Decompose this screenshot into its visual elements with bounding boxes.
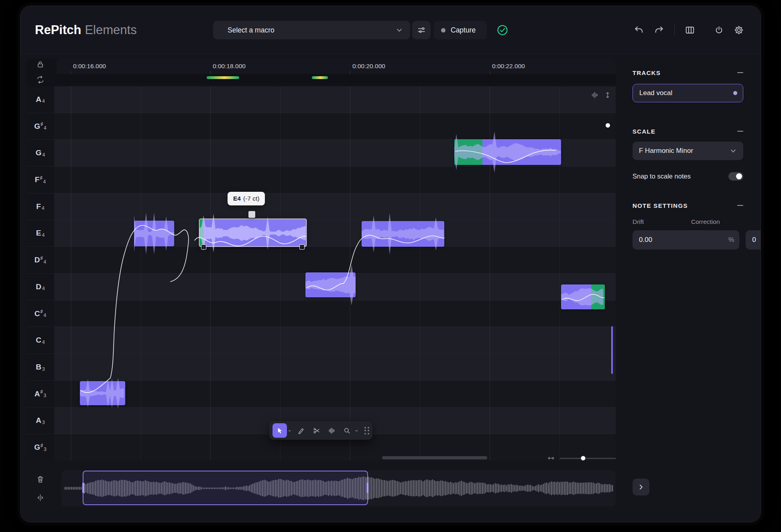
editor-stage: 0:00:16.0000:00:18.0000:00:20.0000:00:22… bbox=[20, 54, 622, 522]
power-button[interactable] bbox=[711, 22, 727, 38]
note-g4[interactable] bbox=[454, 139, 561, 165]
layout-columns-button[interactable] bbox=[682, 22, 698, 38]
lock-icon bbox=[36, 60, 45, 69]
scissors-tool-button[interactable] bbox=[309, 423, 323, 438]
zoom-slider-thumb[interactable] bbox=[581, 456, 586, 461]
snap-toggle[interactable] bbox=[728, 172, 743, 181]
columns-icon bbox=[685, 25, 695, 35]
pitch-key-fs4[interactable]: F♯4 bbox=[26, 166, 54, 193]
note-e4[interactable] bbox=[362, 221, 444, 247]
sliders-icon bbox=[417, 26, 426, 35]
zoom-slider[interactable] bbox=[560, 458, 616, 459]
vertical-scrollbar-thumb[interactable] bbox=[611, 326, 613, 374]
note-settings-labels: Drift Correction bbox=[633, 218, 743, 225]
toolbar-drag-grip[interactable] bbox=[364, 427, 369, 435]
note-as3[interactable] bbox=[80, 381, 125, 405]
scale-select[interactable]: F Harmonic Minor bbox=[633, 142, 743, 160]
undo-icon bbox=[634, 25, 644, 35]
zoom-tool-button[interactable] bbox=[340, 423, 354, 438]
trash-icon bbox=[36, 475, 45, 483]
timeline-label: 0:00:22.000 bbox=[492, 63, 525, 70]
timeline-tick bbox=[350, 71, 350, 74]
correction-input[interactable] bbox=[751, 236, 761, 244]
pitch-key-e4[interactable]: E4 bbox=[26, 220, 54, 247]
waveform-icon bbox=[328, 427, 336, 435]
redo-icon bbox=[654, 25, 664, 35]
drift-input[interactable] bbox=[638, 236, 728, 244]
undo-button[interactable] bbox=[631, 22, 647, 38]
floating-toolbar bbox=[269, 421, 372, 440]
lock-button[interactable] bbox=[33, 57, 47, 71]
scale-collapse-icon[interactable] bbox=[737, 131, 743, 132]
scale-section-header: SCALE bbox=[633, 127, 743, 135]
note-e4-selected[interactable] bbox=[199, 219, 307, 247]
overview-selection[interactable] bbox=[83, 471, 368, 505]
select-tool-chevron-icon[interactable] bbox=[287, 428, 292, 433]
zoom-tool-chevron-icon[interactable] bbox=[354, 428, 359, 433]
note-resize-handle-right[interactable] bbox=[299, 244, 305, 250]
pitch-key-as3[interactable]: A♯3 bbox=[26, 380, 54, 407]
track-item-lead-vocal[interactable]: Lead vocal bbox=[633, 84, 743, 102]
brand-edition: Elements bbox=[85, 23, 136, 37]
timeline-tick bbox=[490, 71, 490, 74]
note-e4[interactable] bbox=[134, 221, 174, 246]
topbar-center: Select a macro Capture bbox=[213, 6, 508, 54]
vertical-scroll-icon[interactable] bbox=[604, 91, 612, 99]
macro-config-button[interactable] bbox=[412, 21, 431, 39]
timeline-label: 0:00:20.000 bbox=[352, 63, 385, 70]
waveform-tool-button[interactable] bbox=[324, 423, 339, 438]
pitch-key-b3[interactable]: B3 bbox=[26, 353, 54, 380]
notes-layer bbox=[54, 86, 616, 461]
macro-select[interactable]: Select a macro bbox=[213, 21, 410, 39]
timeline-tick bbox=[71, 71, 71, 74]
horizontal-scrollbar-thumb[interactable] bbox=[382, 456, 487, 459]
pitch-key-c4[interactable]: C4 bbox=[26, 327, 54, 353]
pitch-key-a4[interactable]: A4 bbox=[26, 86, 54, 113]
pen-tool-button[interactable] bbox=[294, 423, 308, 438]
vertical-zoom-dot[interactable] bbox=[606, 123, 610, 128]
sidebar-collapse-button[interactable] bbox=[633, 479, 649, 495]
settings-button[interactable] bbox=[731, 22, 747, 38]
waveform-view-icon[interactable] bbox=[591, 91, 599, 99]
timeline-ruler[interactable]: 0:00:16.0000:00:18.0000:00:20.0000:00:22… bbox=[57, 59, 616, 74]
overview-selection-right-handle[interactable] bbox=[366, 483, 368, 493]
redo-button[interactable] bbox=[651, 22, 667, 38]
snap-to-scale-row: Snap to scale notes bbox=[633, 172, 743, 181]
loop-button[interactable] bbox=[33, 72, 47, 87]
note-grid[interactable]: E4 (-7 ct) bbox=[54, 86, 616, 461]
tracks-collapse-icon[interactable] bbox=[737, 72, 743, 73]
pitch-key-gs4[interactable]: G♯4 bbox=[26, 113, 54, 140]
note-waveform bbox=[80, 372, 125, 414]
pitch-key-f4[interactable]: F4 bbox=[26, 193, 54, 220]
capture-button[interactable]: Capture bbox=[434, 21, 487, 39]
pitch-editor-panel: 0:00:16.0000:00:18.0000:00:20.0000:00:22… bbox=[26, 59, 616, 461]
capture-marker-strip bbox=[57, 75, 616, 83]
note-d4[interactable] bbox=[305, 272, 356, 297]
pitch-key-d4[interactable]: D4 bbox=[26, 273, 54, 300]
app-window: RePitch Elements Select a macro Capture bbox=[20, 6, 761, 522]
pitch-key-cs4[interactable]: C♯4 bbox=[26, 300, 54, 327]
note-correction-segment bbox=[199, 219, 203, 246]
loop-icon bbox=[36, 75, 45, 84]
topbar-actions bbox=[631, 6, 747, 54]
note-settings-section-header: NOTE SETTINGS bbox=[633, 201, 743, 209]
drift-unit: % bbox=[728, 236, 734, 244]
pitch-key-g4[interactable]: G4 bbox=[26, 139, 54, 166]
pitch-key-ds4[interactable]: D♯4 bbox=[26, 246, 54, 273]
pitch-key-gs3[interactable]: G♯3 bbox=[26, 434, 54, 461]
pitch-key-a3[interactable]: A3 bbox=[26, 407, 54, 434]
capture-label: Capture bbox=[451, 26, 476, 35]
note-d4[interactable] bbox=[561, 284, 605, 309]
note-resize-handle-left[interactable] bbox=[201, 244, 206, 250]
note-drag-handle[interactable] bbox=[248, 211, 255, 218]
delete-button[interactable] bbox=[33, 472, 47, 486]
note-waveform bbox=[305, 264, 356, 306]
topbar-divider bbox=[674, 24, 675, 36]
audio-overview[interactable] bbox=[61, 470, 616, 506]
horizontal-zoom-icon bbox=[547, 454, 555, 462]
note-waveform bbox=[362, 212, 444, 256]
overview-selection-left-handle[interactable] bbox=[82, 483, 84, 493]
split-button[interactable] bbox=[33, 490, 47, 505]
select-tool-button[interactable] bbox=[273, 423, 287, 438]
note-settings-collapse-icon[interactable] bbox=[737, 205, 743, 206]
